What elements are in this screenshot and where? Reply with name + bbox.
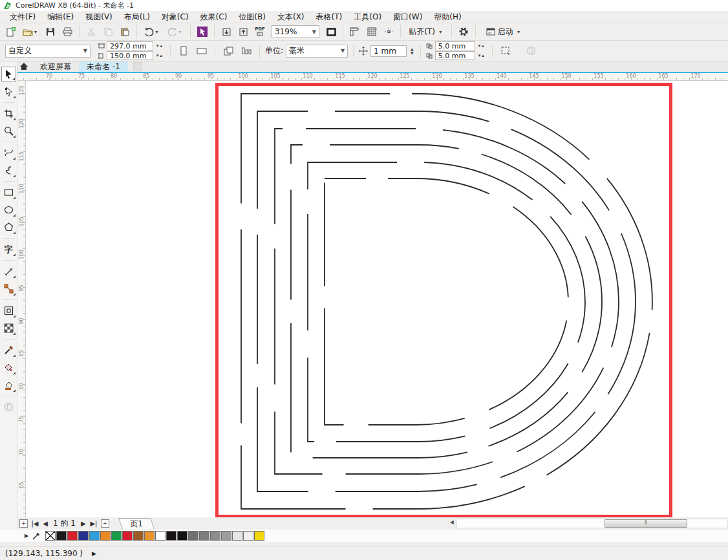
page-width-stepper[interactable]: ▾▴	[155, 43, 165, 48]
options-button[interactable]	[456, 25, 471, 39]
color-swatch-8[interactable]	[133, 531, 144, 541]
red-selection-rectangle[interactable]	[215, 83, 672, 517]
crop-tool[interactable]	[1, 106, 16, 121]
new-tab-button[interactable]	[133, 62, 142, 70]
home-icon[interactable]	[19, 62, 28, 70]
snap-to-caret[interactable]: ▾	[438, 29, 444, 35]
fill-tool[interactable]	[1, 378, 16, 393]
color-swatch-17[interactable]	[232, 531, 242, 541]
smart-fill-tool[interactable]	[1, 360, 16, 375]
menu-item-9[interactable]: 工具(O)	[348, 10, 387, 24]
duplicate-y-stepper[interactable]: ▾▴	[477, 53, 487, 58]
duplicate-x-stepper[interactable]: ▾▴	[477, 43, 487, 48]
text-tool[interactable]: 字	[1, 242, 16, 257]
contour-tool[interactable]	[1, 303, 16, 318]
zoom-level-combo[interactable]: 319%▼	[272, 25, 319, 38]
publish-pdf-button[interactable]: PDF	[252, 25, 268, 39]
snap-to-button[interactable]: 贴齐(T) ▾	[405, 25, 447, 39]
treat-as-filled-button[interactable]	[498, 44, 513, 58]
color-swatch-5[interactable]	[100, 531, 111, 541]
dimension-tool[interactable]	[1, 264, 16, 279]
add-page-after-button[interactable]: +	[101, 519, 109, 528]
connector-tool[interactable]	[1, 281, 16, 296]
page-height-stepper[interactable]: ▾▴	[155, 53, 165, 58]
export-button[interactable]	[235, 25, 251, 39]
open-button[interactable]: ▾	[19, 25, 41, 39]
color-swatch-11[interactable]	[166, 531, 177, 541]
scroll-left-button[interactable]: ◀	[450, 519, 454, 525]
palette-flyout-button[interactable]: ▶	[25, 533, 28, 539]
add-page-before-button[interactable]: +	[19, 519, 28, 528]
units-combo[interactable]: 毫米▼	[286, 45, 348, 58]
menu-item-2[interactable]: 视图(V)	[80, 10, 118, 24]
freehand-tool[interactable]	[1, 145, 16, 160]
landscape-button[interactable]	[194, 44, 209, 58]
color-swatch-7[interactable]	[122, 531, 133, 541]
menu-item-8[interactable]: 表格(T)	[310, 10, 348, 24]
portrait-button[interactable]	[176, 44, 191, 58]
color-swatch-10[interactable]	[155, 531, 166, 541]
show-guidelines-button[interactable]	[381, 25, 396, 39]
transparency-tool[interactable]	[1, 321, 16, 336]
polygon-tool[interactable]	[1, 220, 16, 235]
menu-item-3[interactable]: 布局(L)	[118, 10, 156, 24]
nudge-stepper[interactable]: ▲▼	[409, 47, 415, 55]
fullscreen-preview-button[interactable]	[323, 25, 339, 39]
undo-button[interactable]: ▾	[141, 25, 163, 39]
open-dropdown-caret[interactable]: ▾	[33, 29, 39, 35]
current-page-button[interactable]	[239, 44, 254, 58]
prev-page-button[interactable]: ◀	[40, 520, 50, 527]
eyedropper-tool[interactable]	[1, 343, 16, 358]
color-swatch-4[interactable]	[89, 531, 100, 541]
last-page-button[interactable]: ▶|	[89, 520, 99, 527]
menu-item-10[interactable]: 窗口(W)	[387, 10, 428, 24]
more-tools-button[interactable]	[1, 400, 16, 415]
zoom-combo-caret[interactable]: ▼	[308, 29, 316, 35]
new-document-button[interactable]	[3, 25, 18, 39]
horizontal-scrollbar-thumb[interactable]	[605, 519, 687, 528]
duplicate-x-field[interactable]: 5.0 mm	[435, 41, 475, 50]
menu-item-0[interactable]: 文件(F)	[4, 10, 41, 24]
horizontal-scrollbar[interactable]	[456, 519, 728, 528]
all-pages-button[interactable]	[220, 44, 236, 58]
color-swatch-18[interactable]	[243, 531, 253, 541]
search-content-button[interactable]	[195, 25, 210, 39]
color-swatch-16[interactable]	[221, 531, 231, 541]
bspline-tool[interactable]	[1, 163, 16, 178]
color-swatch-9[interactable]	[144, 531, 155, 541]
page-width-field[interactable]: 297.0 mm	[107, 41, 153, 50]
paste-button[interactable]	[117, 25, 133, 39]
status-expand-arrow[interactable]: ▶	[92, 550, 96, 557]
import-button[interactable]	[219, 25, 234, 39]
menu-item-6[interactable]: 位图(B)	[233, 10, 272, 24]
page-1-tab[interactable]: 页1	[118, 518, 154, 529]
show-grid-button[interactable]	[364, 25, 380, 39]
ellipse-tool[interactable]	[1, 202, 16, 217]
color-swatch-12[interactable]	[177, 531, 187, 541]
duplicate-y-field[interactable]: 5.0 mm	[435, 51, 475, 60]
tab-document-untitled[interactable]: 未命名 -1	[79, 61, 128, 72]
palette-eyedropper-icon[interactable]	[32, 532, 40, 540]
menu-item-5[interactable]: 效果(C)	[195, 10, 233, 24]
color-swatch-19[interactable]	[254, 531, 264, 541]
color-swatch-none[interactable]	[45, 531, 56, 541]
launch-caret[interactable]: ▾	[516, 29, 522, 35]
shape-tool[interactable]	[1, 84, 16, 99]
menu-item-7[interactable]: 文本(X)	[272, 10, 310, 24]
color-swatch-6[interactable]	[111, 531, 122, 541]
color-swatch-1[interactable]	[56, 531, 67, 541]
drawing-canvas[interactable]	[26, 81, 728, 517]
page-height-field[interactable]: 150.0 mm	[107, 51, 153, 60]
undo-dropdown-caret[interactable]: ▾	[154, 29, 160, 35]
menu-item-1[interactable]: 编辑(E)	[41, 10, 80, 24]
first-page-button[interactable]: |◀	[30, 520, 40, 527]
letter-d-artwork[interactable]	[219, 86, 669, 515]
nudge-field[interactable]: 1 mm	[370, 45, 407, 57]
show-rulers-button[interactable]	[347, 25, 363, 39]
save-button[interactable]	[43, 25, 58, 39]
pick-tool[interactable]	[1, 67, 16, 81]
page-preset-combo[interactable]: 自定义▼	[5, 45, 91, 58]
next-page-button[interactable]: ▶	[78, 520, 89, 527]
menu-item-11[interactable]: 帮助(H)	[428, 10, 467, 24]
color-swatch-13[interactable]	[188, 531, 198, 541]
